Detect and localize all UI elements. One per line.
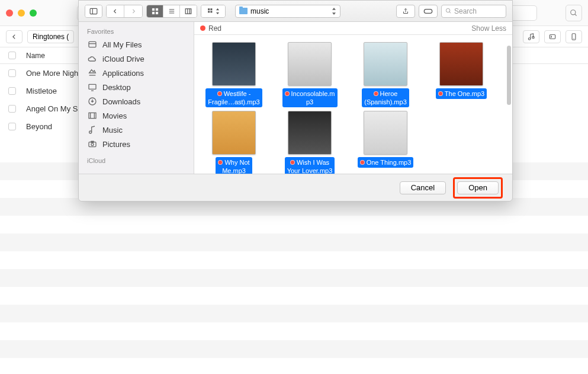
dialog-content: Red Show Less Westlife - Fragile…ast).mp… bbox=[194, 22, 512, 174]
nav-forward-button[interactable] bbox=[124, 5, 142, 17]
group-by-button[interactable] bbox=[201, 5, 225, 17]
dialog-footer: Cancel Open bbox=[79, 174, 512, 201]
sidebar-head-icloud: iCloud bbox=[79, 155, 194, 167]
scrollbar-thumb[interactable] bbox=[507, 46, 511, 105]
music-icon bbox=[87, 125, 98, 135]
applications-icon bbox=[87, 68, 98, 78]
sidebar-item-label: Downloads bbox=[102, 97, 140, 106]
row-checkbox[interactable] bbox=[8, 105, 16, 113]
file-item[interactable]: Heroe (Spanish).mp3 bbox=[349, 42, 422, 107]
column-name-header[interactable]: Name bbox=[26, 52, 45, 60]
row-checkbox[interactable] bbox=[8, 87, 16, 95]
svg-rect-11 bbox=[152, 12, 155, 14]
bg-music-icon-button[interactable] bbox=[523, 30, 539, 43]
sidebar-item-label: Music bbox=[102, 126, 123, 135]
bg-export-icon-button[interactable] bbox=[544, 30, 561, 43]
file-thumbnail bbox=[439, 42, 483, 86]
sidebar-item-pictures[interactable]: Pictures bbox=[79, 137, 194, 151]
file-grid-scroll[interactable]: Westlife - Fragile…ast).mp3 Inconsolable… bbox=[194, 35, 512, 174]
svg-rect-21 bbox=[208, 11, 210, 12]
svg-rect-19 bbox=[208, 8, 210, 10]
sidebar-head-favorites: Favorites bbox=[79, 25, 194, 37]
svg-marker-25 bbox=[332, 8, 336, 10]
file-thumbnail bbox=[212, 42, 256, 86]
group-by-dropdown[interactable] bbox=[201, 5, 226, 18]
sidebar-item-label: iCloud Drive bbox=[102, 55, 144, 63]
row-label: Beyond bbox=[26, 122, 52, 131]
tags-button[interactable] bbox=[419, 5, 438, 18]
tag-dot-icon bbox=[217, 91, 222, 96]
file-item[interactable]: Inconsolable.m p3 bbox=[274, 42, 346, 107]
bg-phone-icon-button[interactable] bbox=[565, 30, 582, 43]
tag-dot-icon bbox=[374, 91, 378, 96]
svg-rect-9 bbox=[152, 8, 155, 11]
window-traffic-lights bbox=[6, 9, 37, 17]
svg-line-29 bbox=[449, 12, 451, 13]
close-window-icon[interactable] bbox=[6, 9, 13, 17]
file-item[interactable]: One Thing.mp3 bbox=[349, 111, 422, 174]
file-label: One Thing.mp3 bbox=[358, 157, 414, 168]
column-view-button[interactable] bbox=[180, 5, 197, 17]
file-thumbnail bbox=[212, 111, 256, 155]
svg-point-41 bbox=[91, 143, 94, 146]
sidebar-toggle[interactable] bbox=[85, 5, 102, 18]
file-label: The One.mp3 bbox=[436, 88, 487, 99]
sidebar-item-music[interactable]: Music bbox=[79, 123, 194, 137]
sidebar-item-all-my-files[interactable]: All My Files bbox=[79, 37, 194, 52]
svg-marker-24 bbox=[216, 12, 219, 14]
row-checkbox[interactable] bbox=[8, 69, 16, 77]
row-label: One More Nigh bbox=[26, 69, 78, 78]
sidebar-item-icloud-drive[interactable]: iCloud Drive bbox=[79, 52, 194, 66]
icon-view-button[interactable] bbox=[147, 5, 163, 17]
search-placeholder: Search bbox=[454, 7, 477, 15]
bg-back-button[interactable] bbox=[6, 30, 23, 43]
row-checkbox[interactable] bbox=[8, 123, 16, 130]
sidebar-item-applications[interactable]: Applications bbox=[79, 66, 194, 80]
sidebar-item-desktop[interactable]: Desktop bbox=[79, 80, 194, 94]
sidebar-item-label: Pictures bbox=[102, 140, 130, 149]
file-item[interactable]: Wish I Was Your Lover.mp3 bbox=[274, 111, 346, 174]
tag-dot-icon bbox=[285, 91, 290, 96]
select-all-checkbox[interactable] bbox=[8, 52, 16, 59]
file-label: Wish I Was Your Lover.mp3 bbox=[285, 157, 335, 174]
show-less-link[interactable]: Show Less bbox=[471, 24, 506, 33]
folder-icon bbox=[239, 8, 248, 14]
file-item[interactable]: Why Not Me.mp3 bbox=[198, 111, 270, 174]
minimize-window-icon[interactable] bbox=[18, 9, 25, 17]
pictures-icon bbox=[87, 139, 98, 149]
sidebar-item-downloads[interactable]: Downloads bbox=[79, 94, 194, 108]
tag-dot-icon bbox=[218, 160, 223, 165]
bg-search-button[interactable] bbox=[565, 5, 582, 21]
movies-icon bbox=[87, 111, 98, 120]
file-label: Heroe (Spanish).mp3 bbox=[362, 88, 409, 107]
open-button[interactable]: Open bbox=[457, 181, 499, 194]
svg-rect-7 bbox=[90, 8, 97, 14]
svg-rect-27 bbox=[424, 9, 432, 13]
sidebar-toggle-button[interactable] bbox=[85, 5, 102, 17]
maximize-window-icon[interactable] bbox=[30, 9, 37, 17]
file-thumbnail bbox=[288, 111, 332, 155]
chevron-updown-icon bbox=[332, 8, 336, 15]
svg-rect-10 bbox=[156, 8, 158, 11]
tag-dot-icon bbox=[360, 160, 365, 165]
nav-back-forward bbox=[106, 5, 143, 18]
open-file-dialog: music Search Favorites All My Files bbox=[78, 0, 513, 202]
bg-breadcrumb[interactable]: Ringtones ( bbox=[27, 30, 74, 43]
nav-back-button[interactable] bbox=[107, 5, 124, 17]
sidebar-item-label: Desktop bbox=[102, 83, 131, 92]
svg-point-28 bbox=[446, 8, 449, 12]
cancel-button[interactable]: Cancel bbox=[400, 181, 446, 194]
sidebar-item-movies[interactable]: Movies bbox=[79, 108, 194, 123]
dialog-search-field[interactable]: Search bbox=[441, 5, 506, 18]
dialog-sidebar: Favorites All My Files iCloud Drive Appl… bbox=[79, 22, 194, 174]
sidebar-item-label: All My Files bbox=[102, 40, 142, 49]
file-item[interactable]: Westlife - Fragile…ast).mp3 bbox=[198, 42, 270, 107]
sidebar-item-label: Movies bbox=[102, 111, 127, 120]
file-label: Why Not Me.mp3 bbox=[216, 157, 252, 174]
desktop-icon bbox=[87, 82, 98, 92]
file-item[interactable]: The One.mp3 bbox=[425, 42, 497, 107]
row-label: Angel On My S bbox=[26, 104, 78, 113]
share-button[interactable] bbox=[396, 5, 415, 18]
path-dropdown[interactable]: music bbox=[235, 5, 340, 18]
list-view-button[interactable] bbox=[163, 5, 180, 17]
